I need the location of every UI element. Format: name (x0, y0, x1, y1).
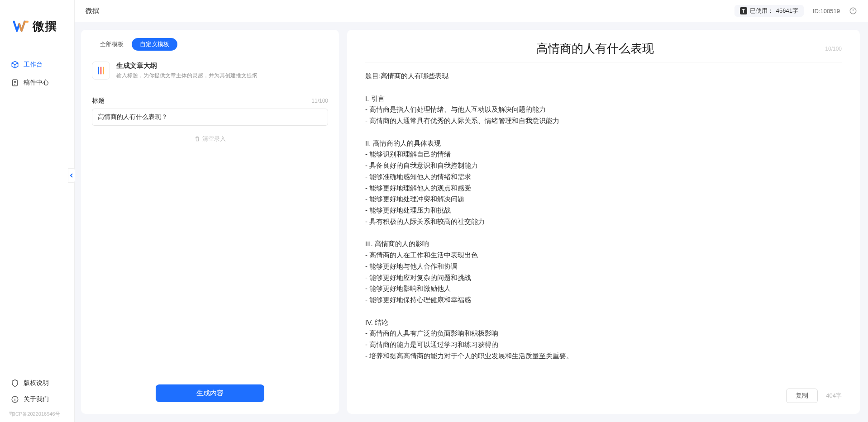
cube-icon (11, 61, 19, 69)
copy-button[interactable]: 复制 (786, 389, 818, 403)
sidebar-collapse-handle[interactable] (68, 168, 75, 183)
panel-right: 高情商的人有什么表现 10/100 题目:高情商的人有哪些表现 I. 引言 - … (347, 30, 860, 414)
logo-text: 微撰 (33, 19, 57, 34)
document-icon (11, 79, 19, 87)
link-copyright[interactable]: 版权说明 (5, 375, 70, 391)
icp-text: 鄂ICP备2022016946号 (0, 411, 74, 422)
word-count: 404字 (826, 392, 842, 400)
usage-prefix: 已使用： (750, 7, 773, 15)
generate-button[interactable]: 生成内容 (156, 384, 264, 402)
content: 全部模板 自定义模板 生成文章大纲 输入标题，为你提供文章主体的灵感，并为其创建… (75, 22, 868, 422)
panel-left: 全部模板 自定义模板 生成文章大纲 输入标题，为你提供文章主体的灵感，并为其创建… (81, 30, 339, 414)
logo-icon (13, 18, 29, 34)
sidebar: 微撰 工作台 稿件中心 版权说明 关于我们 鄂ICP备2022016946号 (0, 0, 75, 422)
tab-all-templates[interactable]: 全部模板 (92, 38, 132, 51)
usage-indicator[interactable]: T 已使用： 45641字 (734, 5, 804, 17)
template-info: 生成文章大纲 输入标题，为你提供文章主体的灵感，并为其创建推文提纲 (116, 62, 258, 80)
header-right: T 已使用： 45641字 ID:100519 (734, 5, 857, 17)
main: 微撰 T 已使用： 45641字 ID:100519 全部模板 自定义模板 (75, 0, 868, 422)
sidebar-item-workspace[interactable]: 工作台 (5, 57, 70, 72)
text-icon: T (740, 7, 747, 14)
doc-title[interactable]: 高情商的人有什么表现 (365, 41, 825, 57)
tab-custom-templates[interactable]: 自定义模板 (132, 38, 177, 51)
doc-content[interactable]: 题目:高情商的人有哪些表现 I. 引言 - 高情商是指人们处理情绪、与他人互动以… (365, 71, 842, 375)
nav-list: 工作台 稿件中心 (0, 48, 74, 371)
link-about[interactable]: 关于我们 (5, 392, 70, 407)
link-label: 版权说明 (24, 379, 49, 387)
form-section: 标题 11/100 清空录入 (92, 97, 328, 384)
user-id: ID:100519 (813, 8, 840, 14)
bottom-links: 版权说明 关于我们 (0, 371, 74, 411)
tabs: 全部模板 自定义模板 (92, 38, 328, 51)
nav-label: 稿件中心 (24, 79, 49, 87)
header: 微撰 T 已使用： 45641字 ID:100519 (75, 0, 868, 22)
clear-label: 清空录入 (202, 135, 226, 143)
info-icon (11, 395, 19, 403)
field-label: 标题 (92, 97, 105, 105)
field-header: 标题 11/100 (92, 97, 328, 105)
template-title: 生成文章大纲 (116, 62, 258, 70)
title-input[interactable] (92, 109, 328, 126)
nav-label: 工作台 (24, 61, 43, 69)
doc-title-row: 高情商的人有什么表现 10/100 (365, 41, 842, 62)
chevron-left-icon (69, 173, 74, 178)
logo[interactable]: 微撰 (0, 0, 74, 48)
trash-icon (194, 136, 200, 142)
template-card: 生成文章大纲 输入标题，为你提供文章主体的灵感，并为其创建推文提纲 (92, 59, 328, 88)
field-count: 11/100 (311, 98, 328, 104)
clear-input-button[interactable]: 清空录入 (92, 135, 328, 143)
power-icon[interactable] (849, 7, 857, 15)
link-label: 关于我们 (24, 395, 49, 403)
template-icon (92, 62, 110, 80)
sidebar-item-drafts[interactable]: 稿件中心 (5, 75, 70, 90)
usage-count: 45641字 (776, 7, 798, 15)
shield-icon (11, 379, 19, 387)
doc-footer: 复制 404字 (365, 382, 842, 403)
doc-title-count: 10/100 (825, 46, 842, 52)
template-desc: 输入标题，为你提供文章主体的灵感，并为其创建推文提纲 (116, 72, 258, 80)
header-title: 微撰 (86, 7, 99, 15)
